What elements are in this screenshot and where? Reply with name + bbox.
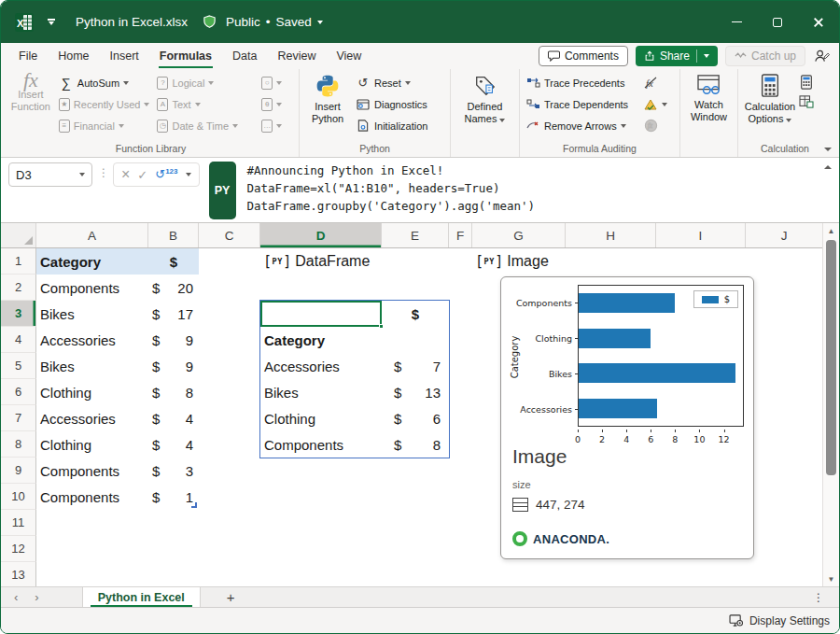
more-functions-button[interactable]: …: [259, 115, 296, 136]
column-header-i[interactable]: I: [656, 223, 746, 247]
row-header-8[interactable]: 8: [1, 431, 36, 458]
close-button[interactable]: [798, 1, 839, 43]
diagnostics-button[interactable]: Diagnostics: [353, 93, 430, 115]
column-header-a[interactable]: A: [36, 223, 148, 247]
cell-a1[interactable]: Category: [36, 248, 148, 275]
cell-e3[interactable]: $: [382, 301, 449, 327]
logical-button[interactable]: ? Logical: [154, 72, 259, 93]
reset-button[interactable]: ↺ Reset: [353, 72, 430, 93]
enter-icon[interactable]: ✓: [137, 168, 147, 182]
select-all-corner[interactable]: [1, 223, 36, 247]
ribbon-collapse-icon[interactable]: [824, 148, 832, 151]
cell-b4[interactable]: $9: [148, 327, 199, 353]
document-status[interactable]: Public • Saved: [226, 15, 323, 29]
column-header-j[interactable]: J: [746, 223, 822, 247]
row-header-3[interactable]: 3: [1, 301, 36, 327]
scroll-down-icon[interactable]: ▼: [823, 571, 839, 586]
name-box[interactable]: D3: [8, 162, 92, 187]
trace-precedents-button[interactable]: Trace Precedents: [523, 72, 640, 93]
tab-data[interactable]: Data: [222, 43, 267, 68]
column-header-h[interactable]: H: [566, 223, 656, 247]
save-status-caret-icon[interactable]: [317, 21, 323, 24]
display-settings-button[interactable]: Display Settings: [729, 614, 830, 627]
cell-a2[interactable]: Components: [36, 275, 148, 301]
cell-e5[interactable]: $7: [382, 353, 449, 379]
column-header-b[interactable]: B: [148, 223, 199, 247]
prev-sheet-icon[interactable]: ‹: [14, 590, 18, 604]
tab-home[interactable]: Home: [48, 43, 99, 68]
tab-file[interactable]: File: [8, 43, 48, 68]
maximize-button[interactable]: [757, 1, 798, 43]
scrollbar-thumb[interactable]: [826, 240, 836, 475]
autosum-button[interactable]: ∑ AutoSum: [56, 72, 155, 93]
cell-d4[interactable]: Category: [264, 327, 382, 353]
tab-review[interactable]: Review: [267, 43, 326, 68]
cell-b7[interactable]: $4: [148, 405, 199, 431]
cell-b2[interactable]: $20: [148, 275, 199, 301]
cell-a4[interactable]: Accessories: [36, 327, 148, 353]
cell-a8[interactable]: Clothing: [36, 431, 148, 458]
quick-access-toolbar-caret-icon[interactable]: [48, 19, 55, 25]
cell-a7[interactable]: Accessories: [36, 405, 148, 431]
cell-e8[interactable]: $8: [382, 431, 449, 458]
cell-b1[interactable]: $: [148, 248, 199, 275]
row-header-9[interactable]: 9: [1, 458, 36, 484]
cell-a3[interactable]: Bikes: [36, 301, 148, 327]
row-header-4[interactable]: 4: [1, 327, 36, 353]
column-header-c[interactable]: C: [199, 223, 260, 247]
show-formulas-button[interactable]: fx: [640, 72, 676, 93]
remove-arrows-button[interactable]: Remove Arrows: [523, 115, 640, 136]
calculate-sheet-icon[interactable]: [799, 95, 814, 108]
lookup-reference-button[interactable]: ○: [259, 72, 296, 93]
evaluate-formula-button[interactable]: fx: [640, 115, 676, 136]
cell-b3[interactable]: $17: [148, 301, 199, 327]
row-header-7[interactable]: 7: [1, 405, 36, 431]
sheet-bar-menu-icon[interactable]: ⋮: [813, 591, 824, 604]
formula-input[interactable]: #Announcing Python in Excel! DataFrame=x…: [242, 158, 839, 222]
save-status[interactable]: Saved: [276, 15, 312, 29]
column-header-f[interactable]: F: [449, 223, 472, 247]
row-header-1[interactable]: 1: [1, 248, 36, 275]
error-checking-button[interactable]: [640, 93, 676, 115]
cell-b9[interactable]: $3: [148, 458, 199, 484]
cell-a6[interactable]: Clothing: [36, 379, 148, 405]
catch-up-button[interactable]: Catch up: [725, 46, 805, 66]
cell-b5[interactable]: $9: [148, 353, 199, 379]
python-output-type-icon[interactable]: ↺123: [155, 167, 177, 181]
cancel-icon[interactable]: ×: [121, 166, 130, 183]
calculate-now-icon[interactable]: [799, 75, 814, 90]
minimize-button[interactable]: [716, 1, 757, 43]
vertical-scrollbar[interactable]: ▲ ▼: [822, 223, 839, 586]
defined-names-button[interactable]: Defined Names: [455, 69, 515, 125]
cell-d8[interactable]: Components: [264, 431, 382, 458]
excel-app-icon[interactable]: X: [14, 12, 35, 33]
tab-view[interactable]: View: [326, 43, 371, 68]
cell-d5[interactable]: Accessories: [264, 353, 382, 379]
people-button[interactable]: [813, 49, 830, 63]
output-type-caret-icon[interactable]: [186, 173, 191, 176]
share-caret-icon[interactable]: [704, 54, 709, 58]
column-header-g[interactable]: G: [472, 223, 566, 247]
row-header-5[interactable]: 5: [1, 353, 36, 379]
column-header-e[interactable]: E: [382, 223, 449, 247]
add-sheet-button[interactable]: +: [227, 589, 235, 605]
cell-e6[interactable]: $13: [382, 379, 449, 405]
cell-a5[interactable]: Bikes: [36, 353, 148, 379]
cell-g1[interactable]: [PY] Image: [475, 248, 549, 275]
tab-formulas[interactable]: Formulas: [149, 43, 222, 68]
python-image-card[interactable]: Category ComponentsClothingBikesAccessor…: [500, 276, 754, 559]
date-time-button[interactable]: ◷ Date & Time: [154, 115, 259, 136]
math-trig-button[interactable]: θ: [259, 93, 296, 115]
recently-used-button[interactable]: ★ Recently Used: [56, 93, 155, 115]
share-button[interactable]: Share: [636, 46, 718, 66]
cell-b6[interactable]: $8: [148, 379, 199, 405]
comments-button[interactable]: Comments: [539, 46, 628, 66]
cell-b8[interactable]: $4: [148, 431, 199, 458]
calculation-options-button[interactable]: Calculation Options: [741, 69, 799, 125]
row-header-12[interactable]: 12: [1, 536, 36, 562]
column-header-d[interactable]: D: [260, 223, 382, 247]
cell-d6[interactable]: Bikes: [264, 379, 382, 405]
row-header-10[interactable]: 10: [1, 484, 36, 510]
tab-insert[interactable]: Insert: [100, 43, 149, 68]
row-header-11[interactable]: 11: [1, 510, 36, 536]
